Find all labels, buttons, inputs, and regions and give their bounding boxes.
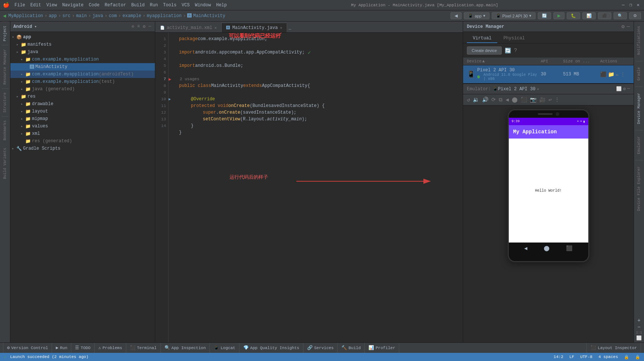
tree-item-androidtest[interactable]: ▸ 📁 com.example.myapplication (androidTe… bbox=[10, 71, 155, 78]
bottom-tool-run[interactable]: ▶ Run bbox=[52, 343, 71, 353]
app-button[interactable]: 📱 app ▾ bbox=[464, 12, 489, 19]
emu-fold-icon[interactable]: ⧉ bbox=[498, 96, 503, 104]
device-stop-icon[interactable]: ⬛ bbox=[600, 71, 606, 78]
sidebar-item-device-file-explorer[interactable]: Device File Explorer bbox=[635, 162, 643, 215]
menu-tools[interactable]: Tools bbox=[161, 2, 179, 9]
menu-run[interactable]: Run bbox=[147, 2, 160, 9]
zoom-fit-button[interactable]: ⬜ bbox=[636, 335, 642, 341]
sidebar-item-device-manager[interactable]: Device Manager bbox=[635, 88, 643, 129]
coverage-button[interactable]: 📊 bbox=[582, 12, 596, 19]
breadcrumb-mainactivity[interactable]: MainActivity bbox=[193, 13, 225, 19]
settings-button[interactable]: ⚙ bbox=[629, 12, 641, 19]
dm-settings-icon[interactable]: ⚙ bbox=[621, 23, 624, 30]
panel-icon-scope[interactable]: ⊙ bbox=[131, 23, 135, 30]
tree-item-values[interactable]: ▸ 📁 values bbox=[10, 123, 155, 130]
tree-item-layout[interactable]: ▸ 📁 layout bbox=[10, 108, 155, 115]
tree-item-drawable[interactable]: ▸ 📁 drawable bbox=[10, 100, 155, 108]
run-button[interactable]: ▶ bbox=[553, 12, 565, 19]
tree-item-gradle-scripts[interactable]: ▸ 🔧 Gradle Scripts bbox=[10, 145, 155, 152]
zoom-out-button[interactable]: − bbox=[637, 324, 640, 330]
emu-home-btn[interactable]: ⬤ bbox=[511, 96, 518, 104]
menu-view[interactable]: View bbox=[44, 2, 59, 9]
sidebar-item-bookmarks[interactable]: Bookmarks bbox=[1, 116, 9, 144]
bottom-tool-build[interactable]: 🔨 Build bbox=[338, 343, 365, 353]
bottom-tool-profiler[interactable]: 📊 Profiler bbox=[365, 343, 399, 353]
minimize-button[interactable]: — bbox=[620, 2, 626, 8]
menu-file[interactable]: File bbox=[12, 2, 27, 9]
sync-button[interactable]: 🔄 bbox=[538, 12, 551, 19]
breadcrumb-src[interactable]: src bbox=[62, 13, 71, 19]
panel-dropdown-icon[interactable]: ▾ bbox=[34, 24, 37, 29]
breadcrumb-example[interactable]: example bbox=[123, 13, 141, 19]
phone-home-btn[interactable]: ⬤ bbox=[544, 245, 550, 251]
tree-item-xml[interactable]: ▸ 📁 xml bbox=[10, 130, 155, 137]
emu-rotate-ccw-icon[interactable]: ↩ bbox=[548, 96, 552, 104]
emu-more-icon[interactable]: ⋮ bbox=[554, 96, 560, 104]
menu-edit[interactable]: Edit bbox=[28, 2, 43, 9]
breadcrumb-app[interactable]: app bbox=[49, 13, 57, 19]
breadcrumb-main[interactable]: main bbox=[76, 13, 87, 19]
dm-col-device-header[interactable]: Device ▲ bbox=[467, 59, 541, 64]
bottom-tool-app-inspection[interactable]: 🔍 App Inspection bbox=[161, 343, 210, 353]
menu-window[interactable]: Window bbox=[193, 2, 213, 9]
bottom-tool-logcat[interactable]: 📱 Logcat bbox=[210, 343, 240, 353]
tree-item-res-generated[interactable]: 📁 res (generated) bbox=[10, 137, 155, 145]
bottom-tool-version-control[interactable]: ⚙ Version Control bbox=[3, 343, 52, 353]
tree-item-test[interactable]: ▸ 📁 com.example.myapplication (test) bbox=[10, 78, 155, 85]
tab-close-java[interactable]: ✕ bbox=[280, 26, 282, 30]
device-selector[interactable]: 📱 Pixel 2 API 30 ▾ bbox=[492, 12, 536, 19]
bottom-tool-terminal[interactable]: ⬛ Terminal bbox=[126, 343, 161, 353]
emu-stop-btn[interactable]: ⬛ bbox=[520, 96, 528, 104]
tab-more-button[interactable]: ⋯ bbox=[289, 27, 291, 32]
tree-item-manifests[interactable]: ▸ 📁 manifests bbox=[10, 41, 155, 48]
back-button[interactable]: ◀ bbox=[451, 12, 462, 19]
dm-refresh-icon[interactable]: 🔄 bbox=[505, 48, 511, 54]
bottom-tool-problems[interactable]: ⚠ Problems bbox=[95, 343, 126, 353]
bottom-tool-services[interactable]: 🔗 Services bbox=[303, 343, 338, 353]
tab-activity-main-xml[interactable]: 📄 activity_main.xml ✕ bbox=[155, 23, 221, 32]
search-button[interactable]: 🔍 bbox=[614, 12, 627, 19]
breadcrumb-com[interactable]: com bbox=[109, 13, 117, 19]
zoom-in-button[interactable]: + bbox=[637, 318, 640, 323]
tree-item-com-example[interactable]: ▸ 📁 com.example.myapplication bbox=[10, 56, 155, 63]
tree-item-res[interactable]: ▸ 📁 res bbox=[10, 93, 155, 100]
phone-recents-btn[interactable]: ⬛ bbox=[566, 245, 572, 251]
tree-item-app[interactable]: ▾ 📦 app bbox=[10, 33, 155, 41]
bottom-tool-layout-inspector[interactable]: ⬛ Layout Inspector bbox=[586, 343, 641, 353]
emulator-expand-icon[interactable]: ⬜ bbox=[616, 86, 622, 92]
tab-main-activity-java[interactable]: 🅰 MainActivity.java ✕ bbox=[221, 23, 287, 32]
emu-record-icon[interactable]: 🎥 bbox=[539, 96, 546, 104]
device-edit-icon[interactable]: ✏ bbox=[616, 71, 619, 78]
create-device-button[interactable]: Create device bbox=[467, 46, 502, 55]
breadcrumb-myapplication2[interactable]: myapplication bbox=[147, 13, 182, 19]
emulator-hide-icon[interactable]: — bbox=[627, 86, 630, 92]
sidebar-item-resource-manager[interactable]: Resource Manager bbox=[1, 45, 9, 88]
device-more-icon[interactable]: ⋮ bbox=[620, 71, 625, 78]
emu-volume-up-icon[interactable]: 🔊 bbox=[481, 96, 489, 104]
tab-close-xml[interactable]: ✕ bbox=[214, 26, 217, 30]
breadcrumb-java[interactable]: java bbox=[92, 13, 103, 19]
dm-minimize-icon[interactable]: — bbox=[627, 23, 630, 30]
sidebar-item-notifications[interactable]: Notifications bbox=[635, 22, 643, 59]
emu-screenshot-icon[interactable]: 📷 bbox=[529, 96, 537, 104]
menu-help[interactable]: Help bbox=[214, 2, 229, 9]
sidebar-item-gradle[interactable]: Gradle bbox=[635, 63, 643, 85]
debug-button[interactable]: 🐛 bbox=[567, 12, 580, 19]
dm-tab-physical[interactable]: Physical bbox=[497, 34, 531, 43]
tree-item-mipmap[interactable]: ▸ 📁 mipmap bbox=[10, 115, 155, 123]
menu-navigate[interactable]: Navigate bbox=[60, 2, 86, 9]
sidebar-item-build-variants[interactable]: Build Variants bbox=[1, 144, 9, 183]
panel-icon-collapse[interactable]: ≡ bbox=[136, 23, 140, 30]
phone-back-btn[interactable]: ◀ bbox=[524, 245, 527, 251]
tree-item-java-generated[interactable]: ▸ 📁 java (generated) bbox=[10, 85, 155, 93]
bottom-tool-todo[interactable]: ☰ TODO bbox=[71, 343, 94, 353]
emu-rotate-icon[interactable]: ⟳ bbox=[491, 96, 497, 104]
code-content[interactable]: package com.example.myapplication; impor… bbox=[176, 33, 463, 342]
breadcrumb-myapplication[interactable]: MyApplication bbox=[8, 13, 43, 19]
dm-help-icon[interactable]: ? bbox=[514, 48, 517, 53]
panel-icon-hide[interactable]: — bbox=[148, 23, 152, 30]
tree-item-mainactivity[interactable]: 🅰 MainActivity bbox=[10, 63, 155, 71]
menu-refactor[interactable]: Refactor bbox=[103, 2, 129, 9]
emu-volume-down-icon[interactable]: 🔉 bbox=[472, 96, 480, 104]
device-row-pixel2[interactable]: 📱 Pixel 2 API 30 Android 11.0 Google Pla… bbox=[463, 65, 634, 84]
